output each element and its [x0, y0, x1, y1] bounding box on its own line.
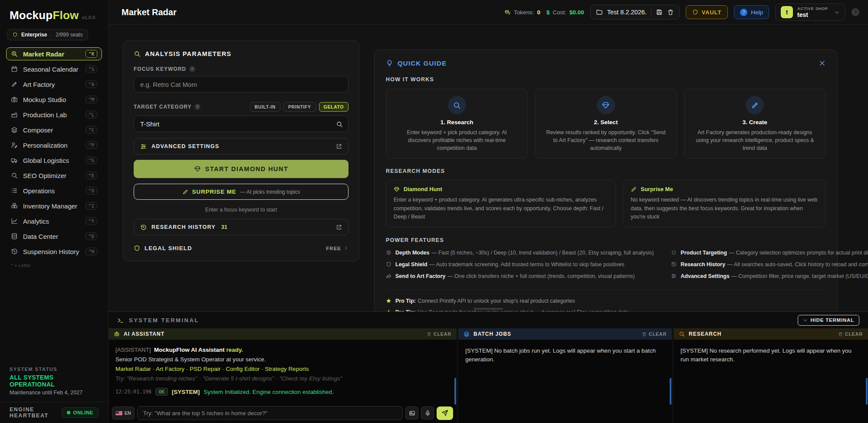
sidebar-item-label: SEO Optimizer	[23, 172, 80, 179]
sidebar-item[interactable]: Production Lab ^L	[6, 108, 102, 121]
coins-icon	[504, 9, 511, 16]
circle-o-icon	[671, 250, 677, 255]
external-link-icon[interactable]	[336, 224, 342, 230]
help-tooltip-icon[interactable]: ?	[194, 104, 201, 110]
search-icon	[11, 172, 18, 179]
pencil-icon	[631, 186, 637, 192]
main-area: Market Radar Tokens: 0 $ Cost: $0.00 Tes…	[108, 0, 868, 423]
external-link-icon[interactable]	[336, 143, 342, 149]
category-source-chip[interactable]: BUILT-IN	[250, 102, 280, 112]
clear-assistant-button[interactable]: CLEAR	[427, 331, 451, 337]
hide-terminal-button[interactable]: HIDE TERMINAL	[798, 315, 859, 326]
lightbulb-icon	[386, 59, 393, 67]
save-icon[interactable]	[656, 9, 663, 16]
sidebar-item-label: Operations	[23, 187, 80, 195]
assistant-scrollbar[interactable]	[454, 378, 456, 404]
heartbeat-label: ENGINE HEARTBEAT	[10, 406, 62, 419]
shortcut-badge: ^H	[85, 248, 97, 255]
pro-tip-row: Pro Tip: Connect Printify API to unlock …	[386, 297, 826, 304]
horizontal-scrollbar[interactable]	[473, 308, 503, 310]
shield-icon	[13, 32, 18, 37]
project-selector[interactable]: Test 8.2.2026.	[590, 5, 680, 20]
send-button[interactable]	[437, 406, 453, 420]
maintenance-note: Maintenance until Feb 4, 2027	[10, 390, 99, 396]
vault-button[interactable]: VAULT	[686, 5, 728, 19]
batch-jobs-panel: BATCH JOBS CLEAR [SYSTEM] No batch jobs …	[458, 328, 672, 423]
surprise-me-button[interactable]: SURPRISE ME — AI picks trending topics	[134, 184, 349, 200]
history-count: 31	[221, 224, 227, 230]
step-title: 1. Research	[395, 119, 519, 126]
help-tooltip-icon[interactable]: ?	[189, 66, 195, 72]
sidebar-item[interactable]: Composer ^C	[6, 123, 102, 136]
feature-row: Product Targeting — Category selection o…	[671, 248, 868, 256]
sidebar-item[interactable]: Data Center ^D	[6, 230, 102, 243]
sidebar-item[interactable]: Seasonal Calendar ^S	[6, 63, 102, 76]
app-root: MockupFlow v1.0.0 Enterprise · 2/999 sea…	[0, 0, 868, 423]
sidebar-item[interactable]: SEO Optimizer ^E	[6, 169, 102, 182]
sidebar-item[interactable]: $ Market Radar ^R	[6, 47, 102, 60]
sidebar-item-label: Composer	[23, 126, 80, 134]
app-logo: MockupFlow v1.0.0	[6, 9, 102, 22]
system-status-value: ALL SYSTEMS OPERATIONAL	[10, 374, 99, 388]
target-category-input[interactable]	[134, 116, 349, 132]
robot-icon	[114, 331, 120, 337]
close-icon[interactable]	[819, 59, 826, 67]
brush-icon	[751, 101, 759, 109]
target-icon	[386, 250, 391, 255]
mode-description: Enter a keyword + product category. AI g…	[394, 196, 608, 221]
research-history-row[interactable]: RESEARCH HISTORY 31	[134, 219, 349, 235]
research-scrollbar[interactable]	[866, 378, 868, 405]
feature-row: Legal Shield — Auto trademark screening.…	[386, 260, 654, 268]
active-shop-selector[interactable]: t ACTIVE SHOP test	[775, 3, 845, 21]
feature-row: Research History — All searches auto-sav…	[671, 260, 868, 268]
sidebar-item[interactable]: Inventory Manager ^I	[6, 199, 102, 212]
calendar-icon	[11, 66, 18, 73]
focus-keyword-input[interactable]	[134, 76, 349, 93]
chart-icon	[11, 218, 18, 225]
history-icon	[11, 248, 18, 255]
quick-guide-title: QUICK GUIDE	[398, 59, 447, 67]
corner-help-icon[interactable]: ?	[852, 8, 859, 16]
sidebar-item[interactable]: Operations ^O	[6, 184, 102, 197]
shortcut-badge: ^D	[85, 232, 97, 240]
active-shop-name: test	[797, 11, 828, 18]
legal-shield-row[interactable]: LEGAL SHIELD FREE	[134, 245, 349, 251]
plan-seats: 2/999 seats	[56, 32, 82, 38]
quick-guide-panel: QUICK GUIDE HOW IT WORKS 1. Research Ent…	[374, 50, 838, 311]
start-diamond-hunt-button[interactable]: START DIAMOND HUNT	[134, 160, 349, 178]
assistant-input[interactable]	[137, 406, 403, 420]
microphone-button[interactable]	[421, 406, 434, 420]
sidebar-item-label: Market Radar	[23, 50, 80, 58]
delete-icon[interactable]	[667, 9, 674, 16]
shortcut-badge: ^R	[85, 50, 97, 58]
shop-avatar: t	[781, 6, 793, 18]
sidebar-item-label: Mockup Studio	[23, 96, 80, 103]
us-flag-icon	[115, 411, 122, 416]
sidebar-item[interactable]: Suspension History ^H	[6, 245, 102, 258]
ok-badge: OK	[155, 388, 168, 396]
sidebar-item[interactable]: Mockup Studio ^M	[6, 93, 102, 106]
language-button[interactable]: EN	[112, 406, 135, 420]
pencil-icon	[182, 189, 188, 195]
mode-card: Diamond Hunt Enter a keyword + product c…	[386, 180, 616, 227]
clear-research-button[interactable]: CLEAR	[838, 331, 863, 337]
top-bar: Market Radar Tokens: 0 $ Cost: $0.00 Tes…	[108, 0, 868, 25]
help-button[interactable]: ? Help	[734, 5, 769, 19]
category-source-chip[interactable]: PRINTIFY	[283, 102, 316, 112]
content-area: ANALYSIS PARAMETERS FOCUS KEYWORD ? TARG…	[108, 25, 868, 311]
category-source-chip[interactable]: GELATO	[319, 102, 349, 112]
shortcut-badge: ^S	[85, 65, 97, 73]
chevron-right-icon	[344, 246, 349, 251]
sidebar-item[interactable]: Global Logistics ^G	[6, 154, 102, 167]
sidebar-item[interactable]: Personalization ^P	[6, 139, 102, 152]
batch-scrollbar[interactable]	[670, 378, 671, 405]
clear-batch-button[interactable]: CLEAR	[642, 331, 667, 337]
sidebar-nav: $ Market Radar ^R Seasonal Calendar ^S A…	[6, 47, 102, 260]
attach-image-button[interactable]	[405, 406, 418, 420]
sidebar-item[interactable]: Analytics ^Y	[6, 215, 102, 228]
search-icon[interactable]	[336, 121, 343, 128]
sidebar-item[interactable]: Art Factory ^A	[6, 78, 102, 91]
advanced-settings-row[interactable]: ADVANCED SETTINGS	[134, 138, 349, 155]
trash-icon	[642, 332, 647, 337]
sidebar-item-label: Suspension History	[23, 248, 80, 255]
